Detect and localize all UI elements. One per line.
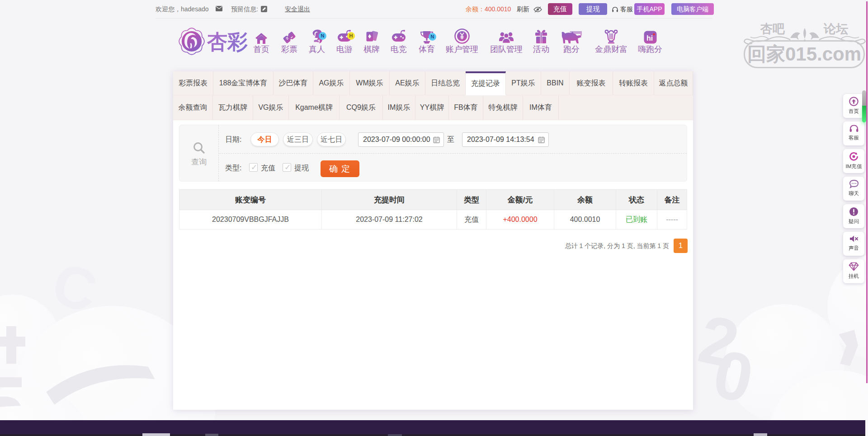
svg-text:hi: hi xyxy=(646,34,652,42)
